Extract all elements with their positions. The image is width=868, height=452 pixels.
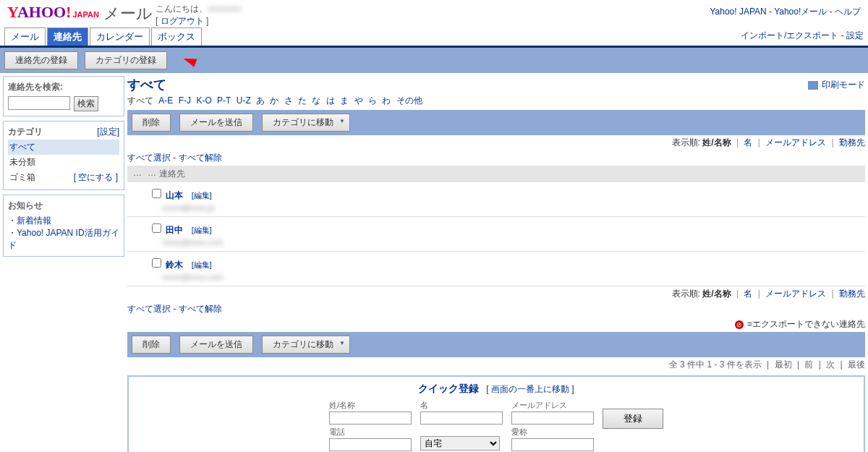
arrow-annotation xyxy=(182,54,197,67)
logout-link[interactable]: ログアウト xyxy=(161,16,204,26)
quick-email-label: メールアドレス xyxy=(511,400,594,411)
send-mail-button[interactable]: メールを送信 xyxy=(179,114,253,132)
settings-link[interactable]: 設定 xyxy=(846,30,864,40)
table-col-dots: … xyxy=(130,168,145,180)
empty-trash-link[interactable]: [ 空にする ] xyxy=(74,171,118,184)
sort-email[interactable]: メールアドレス xyxy=(765,289,826,299)
sort-name[interactable]: 姓/名称 xyxy=(702,289,731,299)
search-input[interactable] xyxy=(8,96,70,110)
filter-link[interactable]: わ xyxy=(382,95,391,106)
yahoo-mail-link[interactable]: Yahoo!メール xyxy=(774,7,827,17)
categories-title: カテゴリ xyxy=(8,126,43,138)
quick-nickname-label: 愛称 xyxy=(511,427,594,438)
select-all-link[interactable]: すべて選択 xyxy=(127,153,171,163)
edit-link[interactable]: [編集] xyxy=(192,226,212,234)
filter-row: すべて A-E F-J K-O P-T U-Z あ か さ た な は ま や … xyxy=(127,95,865,107)
print-mode-link[interactable]: 印刷モード xyxy=(822,80,865,90)
filter-link[interactable]: さ xyxy=(284,95,293,106)
news-box: お知らせ ・新着情報 ・Yahoo! JAPAN ID活用ガイド xyxy=(3,195,124,257)
filter-link[interactable]: K-O xyxy=(196,95,211,106)
pagination-last: 最後 xyxy=(848,359,865,370)
category-unclassified[interactable]: 未分類 xyxy=(8,155,119,170)
filter-link[interactable]: F-J xyxy=(179,95,191,106)
categories-settings-link[interactable]: [設定] xyxy=(97,126,119,138)
pagination-text: 全 3 件中 1 - 3 件を表示 xyxy=(669,359,762,370)
move-category-dropdown[interactable]: カテゴリに移動 xyxy=(262,114,350,132)
import-export-link[interactable]: インポート/エクスポート xyxy=(741,30,838,40)
select-all-link[interactable]: すべて選択 xyxy=(127,304,171,314)
yahoo-japan-link[interactable]: Yahoo! JAPAN xyxy=(710,7,766,17)
categories-box: カテゴリ [設定] すべて 未分類 ゴミ箱 [ 空にする ] xyxy=(3,121,124,190)
sort-label: 表示順: xyxy=(672,137,700,148)
table-row: 山本 [編集] xxxxx@xxxx.jp xyxy=(127,182,865,217)
contact-name[interactable]: 鈴木 xyxy=(166,260,183,270)
tab-mail[interactable]: メール xyxy=(4,27,46,46)
search-label: 連絡先を検索: xyxy=(8,81,119,93)
quick-register-title: クイック登録 xyxy=(418,383,479,394)
quick-nickname-input[interactable] xyxy=(511,438,594,451)
sort-name[interactable]: 姓/名称 xyxy=(702,137,731,148)
edit-link[interactable]: [編集] xyxy=(192,260,212,269)
greeting: こんにちは、xxxxxxx [ ログアウト ] xyxy=(156,3,242,27)
filter-link[interactable]: た xyxy=(298,95,307,106)
sort-work[interactable]: 勤務先 xyxy=(839,137,865,148)
select-none-link[interactable]: すべて解除 xyxy=(179,304,222,314)
select-none-link[interactable]: すべて解除 xyxy=(179,153,222,163)
filter-link[interactable]: ら xyxy=(368,95,377,106)
row-checkbox[interactable] xyxy=(152,258,161,268)
category-trash[interactable]: ゴミ箱 [ 空にする ] xyxy=(8,170,119,185)
row-checkbox[interactable] xyxy=(152,189,161,198)
sort-first[interactable]: 名 xyxy=(744,289,752,299)
quick-email-input[interactable] xyxy=(511,412,594,425)
scroll-top-link[interactable]: [ 画面の一番上に移動 ] xyxy=(486,384,574,394)
help-link[interactable]: ヘルプ xyxy=(835,7,861,17)
sort-label: 表示順: xyxy=(672,289,700,299)
contact-name[interactable]: 山本 xyxy=(166,190,183,200)
filter-link[interactable]: ま xyxy=(340,95,349,106)
register-contact-button[interactable]: 連絡先の登録 xyxy=(4,51,78,69)
search-button[interactable]: 検索 xyxy=(74,96,98,111)
table-row: 鈴木 [編集] xxxxx@xxxx.com xyxy=(127,252,865,286)
register-category-button[interactable]: カテゴリの登録 xyxy=(85,51,167,69)
sort-email[interactable]: メールアドレス xyxy=(765,137,826,148)
sort-work[interactable]: 勤務先 xyxy=(839,289,865,299)
category-all[interactable]: すべて xyxy=(8,140,119,155)
filter-link[interactable]: その他 xyxy=(396,95,422,106)
sep: - xyxy=(841,30,846,40)
filter-link[interactable]: A-E xyxy=(158,95,173,106)
quick-phone-type-select[interactable]: 自宅 xyxy=(420,436,500,451)
filter-link[interactable]: や xyxy=(354,95,363,106)
quick-register-panel: クイック登録 [ 画面の一番上に移動 ] 姓/名称 電話 名 . 自宅 xyxy=(127,375,865,452)
sep: - xyxy=(830,7,835,17)
pagination-first: 最初 xyxy=(775,359,792,370)
quick-name-label: 姓/名称 xyxy=(329,400,412,411)
row-checkbox[interactable] xyxy=(152,223,161,233)
news-item-new[interactable]: 新着情報 xyxy=(17,216,51,226)
sort-first[interactable]: 名 xyxy=(744,137,752,148)
send-mail-button[interactable]: メールを送信 xyxy=(179,336,253,354)
tab-calendar[interactable]: カレンダー xyxy=(90,27,150,46)
filter-link[interactable]: U-Z xyxy=(237,95,251,106)
quick-register-button[interactable]: 登録 xyxy=(603,409,663,429)
filter-link[interactable]: P-T xyxy=(217,95,231,106)
printer-icon xyxy=(808,81,818,90)
filter-link[interactable]: か xyxy=(270,95,278,106)
contact-name[interactable]: 田中 xyxy=(166,225,183,235)
quick-first-label: 名 xyxy=(420,400,503,411)
news-item-guide[interactable]: Yahoo! JAPAN ID活用ガイド xyxy=(8,228,119,250)
quick-phone-label: 電話 xyxy=(329,427,412,438)
tab-box[interactable]: ボックス xyxy=(151,27,202,46)
filter-link[interactable]: な xyxy=(312,95,320,106)
delete-button[interactable]: 削除 xyxy=(132,336,171,354)
edit-link[interactable]: [編集] xyxy=(192,191,212,200)
move-category-dropdown[interactable]: カテゴリに移動 xyxy=(262,336,350,354)
pagination-next: 次 xyxy=(826,359,835,370)
delete-button[interactable]: 削除 xyxy=(132,114,171,132)
quick-phone-input[interactable] xyxy=(329,438,412,451)
quick-first-input[interactable] xyxy=(420,412,503,425)
filter-link[interactable]: は xyxy=(326,95,335,106)
tab-contacts[interactable]: 連絡先 xyxy=(47,27,88,46)
filter-link[interactable]: あ xyxy=(256,95,265,106)
table-col-dots: … xyxy=(145,168,159,180)
quick-name-input[interactable] xyxy=(329,412,412,425)
